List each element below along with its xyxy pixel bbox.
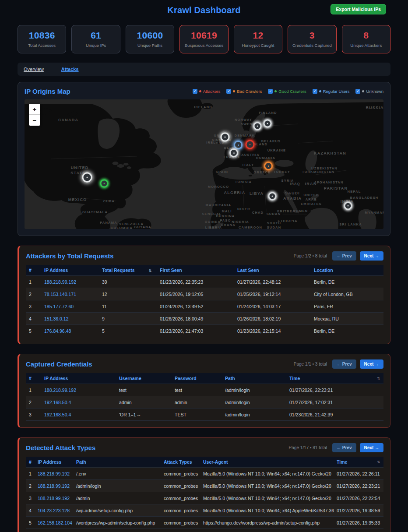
ip-link[interactable]: 176.84.96.48 — [44, 328, 71, 334]
location-cell: City of London, GB — [314, 292, 383, 297]
col-path[interactable]: Path — [76, 459, 164, 465]
stat-card: 10619 Suspicious Accesses — [179, 25, 228, 53]
legend-checkbox-icon[interactable]: ✓ — [193, 89, 197, 94]
ip-link[interactable]: 185.177.72.60 — [44, 304, 74, 309]
col-ip[interactable]: IP Address — [44, 376, 119, 381]
next-button[interactable]: Next → — [360, 251, 383, 261]
stat-value: 61 — [74, 30, 118, 41]
map-marker[interactable] — [100, 180, 109, 188]
map-legend: ✓ Attackers ✓ Bad Crawlers ✓ Good Crawl — [193, 89, 383, 94]
export-malicious-ips-button[interactable]: Export Malicious IPs — [331, 4, 386, 14]
legend-checkbox-icon[interactable]: ✓ — [355, 89, 360, 94]
next-button[interactable]: Next → — [360, 359, 383, 369]
col-last-seen[interactable]: Last Seen — [237, 268, 314, 273]
time-cell: 01/27/2026, 22:26:11 — [337, 471, 383, 476]
table-row: 1 188.218.99.192 39 01/23/2026, 22:35:23… — [26, 276, 383, 288]
legend-item[interactable]: ✓ Unknown — [355, 89, 383, 94]
ip-link[interactable]: 78.153.140.171 — [44, 292, 76, 297]
legend-item[interactable]: ✓ Regular Users — [313, 89, 350, 94]
top-bar: Krawl Dashboard Export Malicious IPs — [0, 0, 408, 20]
first-seen-cell: 01/24/2026, 13:49:52 — [160, 304, 237, 309]
table-row: 3 192.168.50.4 'OR 1=1 -- TEST /admin/lo… — [26, 409, 383, 421]
stat-card: 10600 Unique Paths — [126, 25, 174, 53]
first-seen-cell: 01/23/2026, 22:35:23 — [160, 279, 237, 285]
row-num: 4 — [26, 508, 38, 513]
col-user-agent[interactable]: User-Agent — [203, 459, 337, 465]
map-marker[interactable] — [268, 192, 277, 201]
tab-bar: Overview Attacks — [18, 63, 390, 76]
location-cell: Москва, RU — [314, 316, 383, 321]
map-marker[interactable] — [234, 141, 243, 149]
map-marker[interactable] — [246, 140, 255, 149]
ip-link[interactable]: 188.218.99.192 — [38, 471, 70, 476]
col-first-seen[interactable]: First Seen — [160, 268, 237, 273]
tab[interactable]: Attacks — [61, 67, 79, 72]
table-row: 2 78.153.140.171 12 01/25/2026, 19:12:05… — [26, 288, 383, 300]
map-marker[interactable] — [229, 148, 238, 157]
sort-icon[interactable]: ⇅ — [377, 460, 380, 464]
ip-link[interactable]: 188.218.99.192 — [44, 279, 76, 285]
col-location[interactable]: Location — [314, 268, 383, 273]
legend-label: Bad Crawlers — [237, 89, 262, 94]
ip-link[interactable]: 188.218.99.192 — [38, 496, 70, 501]
last-seen-cell: 01/23/2026, 22:15:14 — [237, 328, 314, 334]
legend-checkbox-icon[interactable]: ✓ — [313, 89, 317, 94]
username-cell: 'OR 1=1 -- — [119, 412, 175, 417]
attack-types-rows: 1 188.218.99.192 /.env common_probes Moz… — [26, 468, 383, 529]
prev-button[interactable]: ← Prev — [332, 251, 356, 261]
prev-button[interactable]: ← Prev — [332, 359, 356, 369]
col-attack-types[interactable]: Attack Types — [164, 459, 203, 465]
legend-checkbox-icon[interactable]: ✓ — [226, 89, 231, 94]
col-time[interactable]: Time — [289, 376, 383, 381]
legend-item[interactable]: ✓ Bad Crawlers — [226, 89, 262, 94]
table-row: 5 176.84.96.48 5 01/23/2026, 21:47:03 01… — [26, 325, 383, 337]
path-cell: /.env — [76, 471, 164, 476]
username-cell: admin — [119, 400, 175, 405]
table-row: 1 188.218.99.192 test test /admin/login … — [26, 384, 383, 396]
world-map[interactable]: CANADA UNITED STATES MEXICO CUBA GUATEMA… — [25, 99, 383, 229]
stat-card: 8 Unique Attackers — [342, 25, 390, 53]
legend-item[interactable]: ✓ Attackers — [193, 89, 221, 94]
col-password[interactable]: Password — [175, 376, 225, 381]
time-cell: 01/27/2026, 22:22:54 — [337, 496, 383, 501]
sort-icon[interactable]: ⇅ — [148, 269, 151, 273]
col-username[interactable]: Username — [119, 376, 175, 381]
total-requests-cell: 5 — [102, 328, 160, 334]
col-ip[interactable]: IP Address — [44, 268, 102, 273]
first-seen-cell: 01/25/2026, 19:12:05 — [160, 292, 237, 297]
stat-label: Unique IPs — [74, 43, 118, 48]
stat-card: 12 Honeypot Caught — [234, 25, 282, 53]
col-total-requests[interactable]: Total Requests⇅ — [102, 268, 160, 273]
prev-button[interactable]: ← Prev — [332, 443, 356, 452]
map-marker[interactable] — [253, 122, 262, 130]
zoom-in-button[interactable]: + — [29, 104, 40, 115]
map-marker[interactable] — [221, 133, 230, 142]
col-path[interactable]: Path — [225, 376, 289, 381]
credentials-panel: Captured Credentials Page 1/1 • 3 total … — [18, 354, 390, 428]
tab[interactable]: Overview — [24, 67, 44, 72]
next-button[interactable]: Next → — [360, 443, 383, 452]
ip-link[interactable]: 192.168.50.4 — [44, 400, 71, 405]
col-time[interactable]: Time — [337, 459, 383, 465]
ip-link[interactable]: 104.23.223.128 — [38, 508, 70, 513]
col-ip[interactable]: IP Address — [38, 459, 76, 465]
ip-link[interactable]: 188.218.99.192 — [44, 388, 76, 393]
sort-icon[interactable]: ⇅ — [377, 377, 380, 381]
path-cell: /wordpress/wp-admin/setup-config.php — [76, 520, 164, 525]
map-marker[interactable] — [264, 120, 272, 128]
map-marker[interactable] — [264, 162, 273, 170]
table-header-row: # IP Address Path Attack Types User-Agen… — [26, 457, 383, 468]
path-cell: /admin/login — [225, 388, 289, 393]
last-seen-cell: 01/25/2026, 19:12:14 — [237, 292, 314, 297]
map-marker[interactable] — [344, 202, 352, 210]
ip-link[interactable]: 151.36.0.12 — [44, 316, 68, 321]
zoom-out-button[interactable]: − — [29, 115, 40, 126]
ip-link[interactable]: 162.158.182.104 — [38, 520, 72, 525]
ip-link[interactable]: 188.218.99.192 — [38, 483, 70, 489]
ip-link[interactable]: 192.168.50.4 — [44, 412, 71, 417]
map-marker[interactable] — [82, 173, 92, 183]
attackers-panel-header: Attackers by Total Requests Page 1/2 • 8… — [26, 251, 383, 261]
stat-label: Suspicious Accesses — [182, 43, 226, 48]
legend-checkbox-icon[interactable]: ✓ — [268, 89, 273, 94]
legend-item[interactable]: ✓ Good Crawlers — [268, 89, 306, 94]
